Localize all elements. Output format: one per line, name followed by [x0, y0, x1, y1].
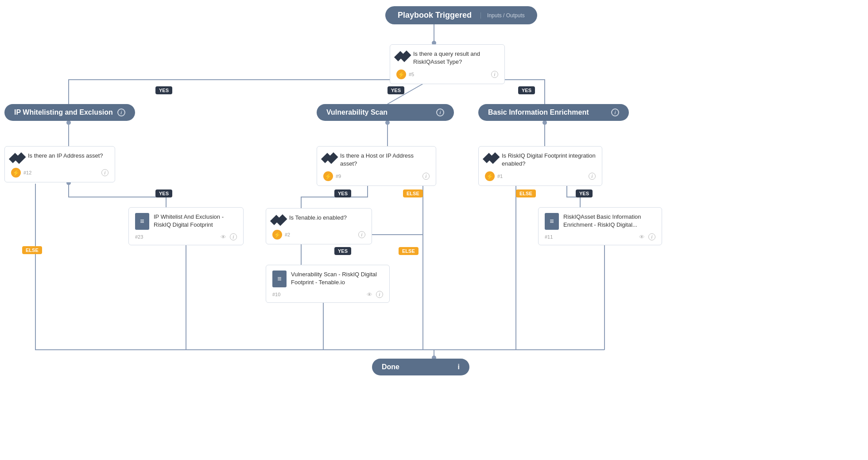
lightning-12: ⚡: [11, 168, 21, 178]
condition-node-9[interactable]: Is there a Host or IP Address asset? ⚡ #…: [317, 146, 436, 186]
cond-1-text: Is RiskIQ Digital Footprint integration …: [502, 152, 596, 168]
action-23-num: #23: [135, 234, 143, 240]
info-icon-1[interactable]: i: [589, 173, 596, 180]
section-ip-label: IP Whitelisting and Exclusion: [14, 108, 113, 116]
condition-node-12[interactable]: Is there an IP Address asset? ⚡ #12 i: [4, 146, 115, 182]
cond-5-num: #5: [409, 72, 414, 77]
action-node-23[interactable]: IP Whitelist And Exclusion - RiskIQ Digi…: [128, 207, 244, 245]
info-icon-11[interactable]: i: [648, 233, 655, 240]
action-10-text: Vulnerability Scan - RiskIQ Digital Foot…: [291, 271, 383, 286]
badge-yes-5: YES: [334, 189, 351, 197]
cond-2-text: Is Tenable.io enabled?: [289, 214, 347, 222]
diamond-icon-12: [11, 152, 23, 164]
badge-yes-2: YES: [388, 86, 404, 94]
done-node[interactable]: Done i: [372, 359, 469, 375]
badge-else-1: ELSE: [22, 246, 42, 254]
action-node-11[interactable]: RiskIQAsset Basic Information Enrichment…: [538, 207, 662, 245]
eye-icon-11[interactable]: 👁: [639, 234, 645, 240]
section-ip-info[interactable]: i: [117, 108, 125, 116]
info-icon-12[interactable]: i: [101, 169, 108, 176]
condition-node-1[interactable]: Is RiskIQ Digital Footprint integration …: [478, 146, 602, 186]
badge-yes-6: YES: [576, 189, 593, 197]
lightning-9: ⚡: [323, 171, 333, 181]
condition-node-5[interactable]: Is there a query result and RiskIQAsset …: [390, 44, 505, 84]
info-icon-5[interactable]: i: [491, 71, 498, 78]
cond-5-text: Is there a query result and RiskIQAsset …: [413, 50, 498, 66]
section-basic-info-icon[interactable]: i: [611, 108, 619, 116]
cond-9-text: Is there a Host or IP Address asset?: [340, 152, 430, 168]
info-icon-2[interactable]: i: [358, 231, 365, 238]
cond-9-num: #9: [336, 174, 341, 179]
diamond-icon-1: [485, 152, 497, 164]
book-icon-23: [135, 213, 149, 230]
section-ip-whitelisting[interactable]: IP Whitelisting and Exclusion i: [4, 104, 135, 121]
cond-1-num: #1: [497, 174, 503, 179]
lightning-2: ⚡: [272, 230, 282, 240]
info-icon-9[interactable]: i: [422, 173, 430, 180]
section-vuln-info[interactable]: i: [436, 108, 444, 116]
inputs-outputs-label[interactable]: Inputs / Outputs: [480, 12, 525, 19]
info-icon-10[interactable]: i: [376, 291, 383, 298]
badge-yes-3: YES: [518, 86, 535, 94]
diamond-icon-5: [396, 50, 409, 62]
done-label: Done: [382, 363, 399, 371]
action-23-text: IP Whitelist And Exclusion - RiskIQ Digi…: [154, 213, 237, 229]
diamond-icon-2: [272, 214, 285, 226]
lightning-1: ⚡: [485, 171, 495, 181]
lightning-5: ⚡: [396, 70, 406, 79]
action-11-text: RiskIQAsset Basic Information Enrichment…: [563, 213, 655, 229]
eye-icon-23[interactable]: 👁: [221, 234, 226, 240]
svg-point-16: [66, 120, 71, 125]
badge-yes-1: YES: [155, 86, 172, 94]
action-11-num: #11: [545, 234, 553, 240]
section-vuln-label: Vulnerability Scan: [326, 108, 388, 116]
badge-else-2: ELSE: [403, 189, 423, 197]
diamond-icon-9: [323, 152, 336, 164]
cond-12-text: Is there an IP Address asset?: [28, 152, 103, 160]
badge-else-3: ELSE: [516, 189, 536, 197]
cond-12-num: #12: [23, 170, 31, 175]
book-icon-10: [272, 271, 287, 287]
cond-2-num: #2: [285, 232, 290, 237]
workflow-canvas: Playbook Triggered Inputs / Outputs Is t…: [0, 0, 868, 460]
badge-yes-7: YES: [334, 247, 351, 255]
svg-point-18: [542, 120, 547, 125]
badge-yes-4: YES: [155, 189, 172, 197]
trigger-label: Playbook Triggered: [398, 11, 472, 20]
badge-else-4: ELSE: [399, 247, 418, 255]
section-vuln-scan[interactable]: Vulnerability Scan i: [317, 104, 454, 121]
svg-point-17: [385, 120, 390, 125]
info-icon-23[interactable]: i: [230, 233, 237, 240]
book-icon-11: [545, 213, 559, 230]
action-node-10[interactable]: Vulnerability Scan - RiskIQ Digital Foot…: [266, 265, 390, 303]
section-basic-label: Basic Information Enrichment: [488, 108, 589, 116]
action-10-num: #10: [272, 292, 280, 297]
section-basic-info[interactable]: Basic Information Enrichment i: [478, 104, 629, 121]
trigger-node[interactable]: Playbook Triggered Inputs / Outputs: [385, 6, 537, 24]
condition-node-2[interactable]: Is Tenable.io enabled? ⚡ #2 i: [266, 208, 372, 244]
eye-icon-10[interactable]: 👁: [367, 291, 372, 298]
done-info[interactable]: i: [458, 363, 460, 371]
